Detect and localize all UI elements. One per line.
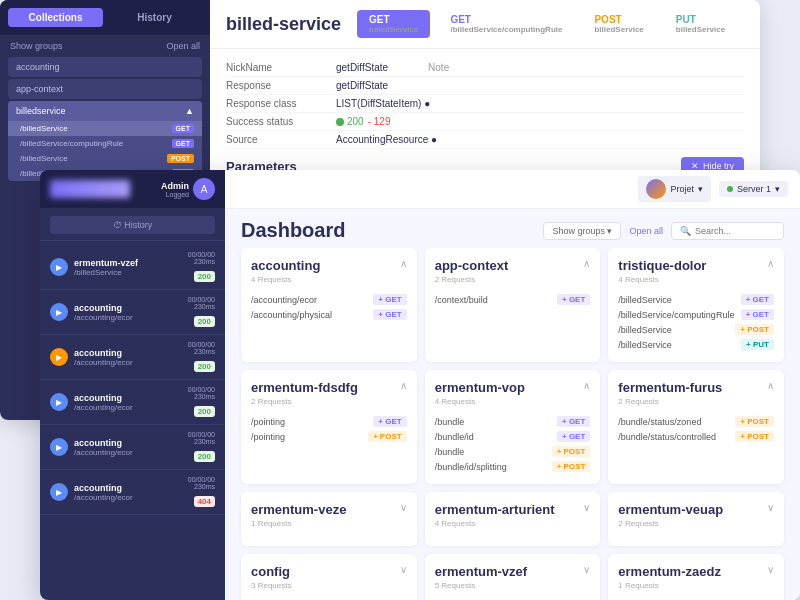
route-item[interactable]: /bundle/id/splitting + POST bbox=[435, 459, 591, 474]
history-item-info: accounting /accounting/ecor bbox=[74, 483, 182, 502]
history-item: ▶ ermentum-vzef /billedService 00/00/00 … bbox=[40, 245, 225, 290]
route-item[interactable]: /pointing + GET bbox=[251, 414, 407, 429]
route-item[interactable]: /bundle + POST bbox=[435, 444, 591, 459]
chevron-down-icon[interactable]: ∨ bbox=[583, 502, 590, 513]
chevron-up-icon[interactable]: ∧ bbox=[767, 380, 774, 391]
history-item-meta: 00/00/00 230ms 200 bbox=[188, 341, 215, 373]
history-ms: 230ms bbox=[188, 483, 215, 490]
route-badge-get2: + GET bbox=[557, 431, 590, 442]
chevron-down-icon[interactable]: ∨ bbox=[400, 502, 407, 513]
sidebar-group-accounting[interactable]: accounting bbox=[8, 57, 202, 77]
history-item-meta: 00/00/00 230ms 200 bbox=[188, 431, 215, 463]
server-label: Server 1 bbox=[737, 184, 771, 194]
chevron-down-icon[interactable]: ∨ bbox=[767, 564, 774, 575]
route-item[interactable]: /billedService/computingRule + GET bbox=[618, 307, 774, 322]
chevron-up-icon[interactable]: ∧ bbox=[400, 258, 407, 269]
group-card-header: ermentum-arturient ∨ bbox=[435, 502, 591, 517]
detail-value3: LIST(DiffStateItem) ● bbox=[336, 98, 430, 109]
group-card-header: ermentum-veuap ∨ bbox=[618, 502, 774, 517]
route-item[interactable]: /context/build + GET bbox=[435, 292, 591, 307]
chevron-down-icon2: ▾ bbox=[775, 184, 780, 194]
chevron-up-icon[interactable]: ∧ bbox=[767, 258, 774, 269]
history-item-info: ermentum-vzef /billedService bbox=[74, 258, 182, 277]
sidebar-route-2[interactable]: /billedService POST bbox=[8, 151, 202, 166]
project-selector[interactable]: Projet ▾ bbox=[638, 176, 711, 202]
history-item-meta: 00/00/00 230ms 200 bbox=[188, 251, 215, 283]
route-badge-post: + POST bbox=[735, 324, 774, 335]
chevron-down-icon[interactable]: ∨ bbox=[583, 564, 590, 575]
method-tab-get2[interactable]: GET /billedService/computingRule bbox=[438, 10, 574, 38]
group-requests: 2 Requests bbox=[251, 397, 407, 406]
route-path: /bundle/status/zoned bbox=[618, 417, 701, 427]
method-tab-active-get[interactable]: GET billedService bbox=[357, 10, 430, 38]
detail-status: Success status 200 - 129 bbox=[226, 113, 744, 131]
route-item[interactable]: /billedService + POST bbox=[618, 322, 774, 337]
detail-label4: Success status bbox=[226, 116, 336, 127]
group-card-ermentum-fdsdfg: ermentum-fdsdfg ∧ 2 Requests /pointing +… bbox=[241, 370, 417, 484]
show-groups-select[interactable]: Show groups ▾ bbox=[543, 222, 621, 240]
group-card-tristique-dolor: tristique-dolor ∧ 4 Requests /billedServ… bbox=[608, 248, 784, 362]
route-item[interactable]: /accounting/ecor + GET bbox=[251, 292, 407, 307]
project-label: Projet bbox=[670, 184, 694, 194]
route-path: /accounting/ecor bbox=[251, 295, 317, 305]
collections-tab[interactable]: Collections bbox=[8, 8, 103, 27]
history-button[interactable]: ⏱ History bbox=[50, 216, 215, 234]
group-name: tristique-dolor bbox=[618, 258, 706, 273]
server-selector[interactable]: Server 1 ▾ bbox=[719, 181, 788, 197]
chevron-up-icon[interactable]: ∧ bbox=[583, 258, 590, 269]
method-badge-post: POST bbox=[167, 154, 194, 163]
play-button[interactable]: ▶ bbox=[50, 303, 68, 321]
history-item-path: /accounting/ecor bbox=[74, 358, 182, 367]
group-card-header: fermentum-furus ∧ bbox=[618, 380, 774, 395]
route-item[interactable]: /bundle + GET bbox=[435, 414, 591, 429]
sidebar-route-1[interactable]: /billedService/computingRule GET bbox=[8, 136, 202, 151]
group-card-ermentum-vzef: ermentum-vzef ∨ 5 Requests bbox=[425, 554, 601, 600]
route-item[interactable]: /bundle/id + GET bbox=[435, 429, 591, 444]
chevron-down-icon[interactable]: ∨ bbox=[400, 564, 407, 575]
chevron-up-icon[interactable]: ∧ bbox=[400, 380, 407, 391]
group-name: app-context bbox=[435, 258, 509, 273]
show-groups-label: Show groups bbox=[10, 41, 63, 51]
route-badge-get: + GET bbox=[741, 294, 774, 305]
detail-label: NickName bbox=[226, 62, 336, 73]
play-button[interactable]: ▶ bbox=[50, 258, 68, 276]
route-badge-get: + GET bbox=[557, 416, 590, 427]
history-tab[interactable]: History bbox=[107, 8, 202, 27]
route-item[interactable]: /pointing + POST bbox=[251, 429, 407, 444]
group-card-header: config ∨ bbox=[251, 564, 407, 579]
method-tab-post[interactable]: POST billedService bbox=[582, 10, 655, 38]
route-item[interactable]: /bundle/status/zoned + POST bbox=[618, 414, 774, 429]
route-item[interactable]: /billedService + PUT bbox=[618, 337, 774, 352]
sidebar-group-billedservice[interactable]: billedservice ▲ /billedService GET /bill… bbox=[8, 101, 202, 181]
route-item[interactable]: /billedService + GET bbox=[618, 292, 774, 307]
sidebar-group-app-context[interactable]: app-context bbox=[8, 79, 202, 99]
group-requests: 4 Requests bbox=[618, 275, 774, 284]
status-badge: 200 bbox=[194, 361, 215, 372]
status-badge: 200 bbox=[194, 451, 215, 462]
history-time: 00/00/00 bbox=[188, 386, 215, 393]
sidebar-route-0[interactable]: /billedService GET bbox=[8, 121, 202, 136]
route-badge-post2: + POST bbox=[735, 431, 774, 442]
search-input[interactable] bbox=[695, 226, 775, 236]
play-button[interactable]: ▶ bbox=[50, 348, 68, 366]
admin-info: Admin Logged A bbox=[161, 178, 215, 200]
sidebar-group-billedservice-header: billedservice ▲ bbox=[8, 101, 202, 121]
play-button[interactable]: ▶ bbox=[50, 438, 68, 456]
history-item-name: ermentum-vzef bbox=[74, 258, 182, 268]
play-button[interactable]: ▶ bbox=[50, 483, 68, 501]
route-path: /bundle bbox=[435, 447, 465, 457]
method-tab-put[interactable]: PUT billedService bbox=[664, 10, 737, 38]
detail-value: getDiffState bbox=[336, 62, 388, 73]
open-all-button[interactable]: Open all bbox=[629, 226, 663, 236]
chevron-up-icon[interactable]: ∧ bbox=[583, 380, 590, 391]
chevron-down-icon: ▾ bbox=[698, 184, 703, 194]
status-badge: 404 bbox=[194, 496, 215, 507]
chevron-down-icon[interactable]: ∨ bbox=[767, 502, 774, 513]
history-ms: 230ms bbox=[188, 393, 215, 400]
history-time: 00/00/00 bbox=[188, 476, 215, 483]
play-button[interactable]: ▶ bbox=[50, 393, 68, 411]
open-all-label[interactable]: Open all bbox=[166, 41, 200, 51]
route-item[interactable]: /accounting/physical + GET bbox=[251, 307, 407, 322]
group-name: ermentum-veuap bbox=[618, 502, 723, 517]
route-item[interactable]: /bundle/status/controlled + POST bbox=[618, 429, 774, 444]
